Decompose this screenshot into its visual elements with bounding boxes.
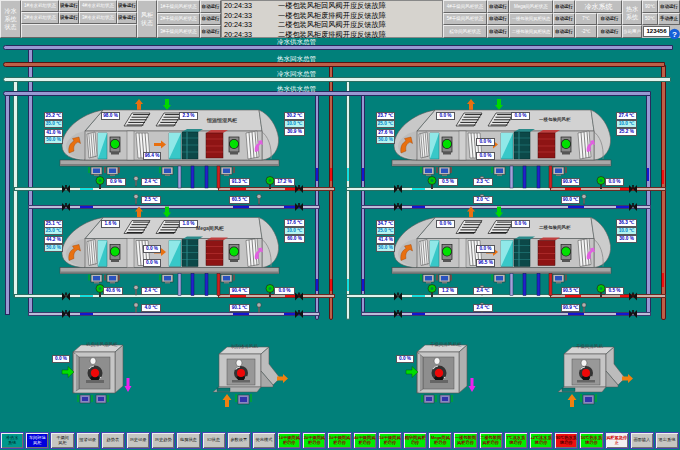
svg-text:?: ?	[672, 30, 677, 39]
